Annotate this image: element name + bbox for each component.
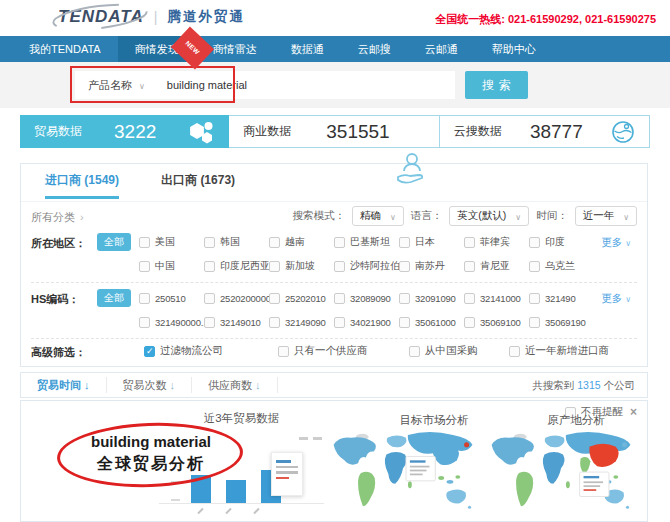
sort-desc-icon [81, 379, 90, 391]
hs-code-checkbox[interactable]: 32091090 [399, 293, 464, 304]
region-checkbox[interactable]: 乌克兰 [529, 259, 594, 273]
tab-importers[interactable]: 进口商 (1549) [45, 172, 119, 199]
nav-my-tendata[interactable]: 我的TENDATA [12, 36, 118, 62]
search-category-dropdown[interactable]: 产品名称 [75, 78, 155, 93]
search-input[interactable]: building material [155, 79, 247, 91]
time-value: 近一年 [583, 209, 615, 223]
tab-label: 出口商 [161, 173, 197, 187]
language-select[interactable]: 英文(默认) [449, 206, 529, 226]
checkbox-icon [334, 237, 345, 248]
search-button[interactable]: 搜索 [465, 71, 528, 99]
checkbox-label: 32149010 [220, 317, 261, 328]
result-suffix: 个公司 [604, 379, 636, 391]
region-more-link[interactable]: 更多 [601, 236, 631, 250]
hs-code-checkbox[interactable]: 35061000 [399, 317, 464, 328]
filter-logistics-checkbox[interactable]: 过滤物流公司 [144, 344, 223, 358]
result-number[interactable]: 1315 [577, 379, 600, 391]
hs-code-checkbox[interactable]: 321490 [529, 293, 594, 304]
time-select[interactable]: 近一年 [575, 206, 637, 226]
chevron-right-icon [75, 211, 84, 223]
region-checkbox[interactable]: 印度 [529, 235, 594, 249]
sort-supplier-count[interactable]: 供应商数 [192, 377, 278, 393]
checkbox-icon [334, 261, 345, 272]
region-checkbox[interactable]: 新加坡 [269, 259, 334, 273]
search-box: 产品名称 building material [75, 71, 455, 99]
row-divider [31, 282, 637, 283]
nav-cloud-mail-search[interactable]: 云邮搜 [341, 36, 408, 62]
hs-code-checkbox[interactable]: 35069100 [464, 317, 529, 328]
molecule-icon [188, 120, 215, 144]
tab-trade-data[interactable]: 贸易数据 3222 [20, 115, 229, 148]
region-checkbox[interactable]: 中国 [139, 259, 204, 273]
sort-trade-count[interactable]: 贸易次数 [107, 377, 193, 393]
tab-business-data[interactable]: 商业数据 351551 [229, 115, 439, 148]
language-value: 英文(默认) [457, 209, 506, 223]
hs-code-checkbox[interactable]: 32149010 [204, 317, 269, 328]
region-checkbox[interactable]: 南苏丹 [399, 259, 464, 273]
tab-cloud-search-data[interactable]: 云搜数据 38777 [440, 115, 650, 148]
tendata-app: TENDATA | 腾道外贸通 全国统一热线: 021-61590292, 02… [0, 0, 670, 522]
nav-data-link[interactable]: 数据通 [274, 36, 341, 62]
region-checkbox[interactable]: 菲律宾 [464, 235, 529, 249]
more-label: 更多 [601, 236, 622, 248]
region-checkbox[interactable]: 沙特阿拉伯 [334, 259, 399, 273]
region-checkbox[interactable]: 巴基斯坦 [334, 235, 399, 249]
hs-code-checkbox[interactable]: 34021900 [334, 317, 399, 328]
checkbox-label: 新加坡 [285, 259, 315, 273]
hs-code-more-link[interactable]: 更多 [601, 292, 631, 306]
checkbox-label: 中国 [155, 259, 175, 273]
new-importers-checkbox[interactable]: 近一年新增进口商 [509, 344, 609, 358]
bar-year-1[interactable] [191, 475, 211, 503]
origin-analysis-title: 原产地分析 [511, 413, 641, 428]
origin-map[interactable] [479, 431, 647, 519]
region-all-badge[interactable]: 全部 [97, 233, 131, 251]
result-count-text: 共搜索到 1315 个公司 [532, 379, 635, 393]
main-nav: 我的TENDATA 商情发现 NEW 商情雷达 数据通 云邮搜 云邮通 帮助中心 [0, 36, 670, 62]
sourced-from-china-checkbox[interactable]: 从中国采购 [409, 344, 478, 358]
all-categories-label: 所有分类 [31, 211, 75, 223]
hs-code-checkbox[interactable]: 321490000... [139, 317, 204, 328]
checkbox-label: 35061000 [415, 317, 456, 328]
tab-exporters[interactable]: 出口商 (1673) [161, 172, 235, 199]
search-options-group: 搜索模式： 精确 语言： 英文(默认) 时间： 近一年 [292, 206, 637, 226]
hs-code-checkbox[interactable]: 32089090 [334, 293, 399, 304]
search-mode-value: 精确 [360, 209, 381, 223]
hs-code-checkbox[interactable]: 32141000 [464, 293, 529, 304]
hs-code-checkbox[interactable]: 2520200000 [204, 293, 269, 304]
region-checkbox[interactable]: 美国 [139, 235, 204, 249]
sort-trade-date[interactable]: 贸易时间 [21, 377, 107, 393]
nav-business-discovery[interactable]: 商情发现 NEW [118, 36, 196, 62]
region-checkbox[interactable]: 肯尼亚 [464, 259, 529, 273]
top-header: TENDATA | 腾道外贸通 全国统一热线: 021-61590292, 02… [0, 0, 670, 36]
brand-logo[interactable]: TENDATA | 腾道外贸通 [58, 7, 245, 27]
checkbox-icon [269, 293, 280, 304]
region-checkbox[interactable]: 印度尼西亚 [204, 259, 269, 273]
nav-cloud-mail[interactable]: 云邮通 [408, 36, 475, 62]
report-preview-panel: 不再提醒 × building material 全球贸易分析 近3年贸易数据 [20, 400, 648, 522]
search-mode-select[interactable]: 精确 [352, 206, 404, 226]
region-checkbox[interactable]: 越南 [269, 235, 334, 249]
region-checkbox[interactable]: 日本 [399, 235, 464, 249]
tab-count: (1549) [84, 173, 119, 187]
tab-count: (1673) [200, 173, 235, 187]
target-market-title: 目标市场分析 [351, 413, 517, 428]
checkbox-checked-icon [144, 346, 155, 357]
hs-code-checkbox[interactable]: 25202010 [269, 293, 334, 304]
nav-help-center[interactable]: 帮助中心 [475, 36, 553, 62]
target-market-map[interactable] [321, 431, 489, 519]
bar-year-2[interactable] [226, 480, 246, 503]
checkbox-label: 印度尼西亚 [220, 259, 270, 273]
all-categories-link[interactable]: 所有分类 [31, 210, 84, 225]
single-supplier-checkbox[interactable]: 只有一个供应商 [278, 344, 368, 358]
hs-code-checkbox[interactable]: 250510 [139, 293, 204, 304]
region-checkbox[interactable]: 韩国 [204, 235, 269, 249]
checkbox-icon [269, 237, 280, 248]
checkbox-icon [278, 346, 289, 357]
checkbox-icon [529, 317, 540, 328]
hs-code-all-badge[interactable]: 全部 [97, 289, 131, 307]
checkbox-icon [204, 293, 215, 304]
hs-code-checkbox[interactable]: 32149090 [269, 317, 334, 328]
hs-code-checkbox[interactable]: 35069190 [529, 317, 594, 328]
map-tooltip [406, 456, 435, 480]
search-section: 产品名称 building material 搜索 [0, 62, 670, 108]
